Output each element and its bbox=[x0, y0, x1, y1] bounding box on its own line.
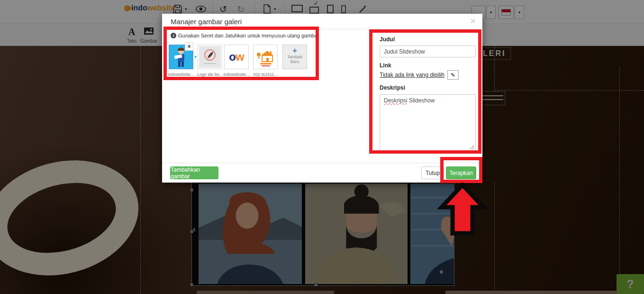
drag-drop-hint: i Gunakan Seret dan Jatuhkan untuk menyu… bbox=[171, 33, 319, 38]
deskripsi-text: Slideshow bbox=[407, 97, 435, 104]
judul-label: Judul bbox=[380, 36, 395, 43]
thumbnail-label: indowebsite... bbox=[167, 72, 195, 77]
plus-icon: + bbox=[283, 47, 307, 55]
thumbnail-label: Logo ide be... bbox=[196, 72, 224, 77]
info-icon: i bbox=[171, 33, 176, 38]
deskripsi-text: Deskripsi bbox=[384, 97, 407, 104]
thumbnail-logo[interactable] bbox=[198, 45, 222, 69]
thumbnail-label: rt11-ts1611... bbox=[252, 72, 279, 77]
delete-x-icon: × bbox=[187, 43, 190, 50]
logo-thumb-image bbox=[199, 46, 221, 68]
drag-drop-hint-text: Gunakan Seret dan Jatuhkan untuk menyusu… bbox=[178, 33, 319, 38]
textarea-resize-handle[interactable] bbox=[470, 145, 474, 149]
modal-header: Manajer gambar galeri × bbox=[162, 14, 482, 29]
add-new-label: Baru bbox=[290, 59, 299, 64]
drag-position-caret-icon: ▸ bbox=[195, 54, 197, 59]
website-builder-screen: indowebsite ▾ ↺ ↻ ▾ ✓ bbox=[0, 0, 644, 294]
modal-title: Manajer gambar galeri bbox=[171, 18, 242, 26]
thumbnail-label: indowebsite... bbox=[223, 72, 250, 77]
judul-input[interactable] bbox=[380, 46, 476, 57]
pencil-icon: ✎ bbox=[451, 72, 455, 78]
deskripsi-textarea[interactable]: Deskripsi Slideshow bbox=[380, 94, 476, 151]
edit-link-button[interactable]: ✎ bbox=[447, 70, 459, 80]
modal-footer: Tambahkan gambar Tutup Terapkan bbox=[162, 163, 482, 183]
ow-logo-text: ow bbox=[229, 50, 244, 64]
thumbnail-ow-logo[interactable]: ow bbox=[224, 45, 249, 69]
thumbnail-house[interactable] bbox=[253, 45, 278, 69]
close-modal-button[interactable]: Tutup bbox=[421, 166, 444, 179]
add-image-button[interactable]: Tambahkan gambar bbox=[170, 166, 218, 179]
add-new-label: Tambah bbox=[287, 55, 302, 59]
close-icon[interactable]: × bbox=[470, 16, 476, 27]
apply-button[interactable]: Terapkan bbox=[446, 166, 476, 179]
gallery-manager-modal: Manajer gambar galeri × i Gunakan Seret … bbox=[162, 14, 482, 183]
delete-thumbnail-button[interactable]: × bbox=[185, 43, 193, 51]
deskripsi-label: Deskripsi bbox=[380, 84, 405, 91]
house-thumb-image bbox=[254, 46, 276, 68]
add-new-image-tile[interactable]: + Tambah Baru bbox=[282, 45, 307, 69]
link-value-text[interactable]: Tidak ada link yang dipilih bbox=[380, 72, 444, 78]
link-row: Tidak ada link yang dipilih ✎ bbox=[380, 70, 459, 80]
link-label: Link bbox=[380, 62, 391, 69]
